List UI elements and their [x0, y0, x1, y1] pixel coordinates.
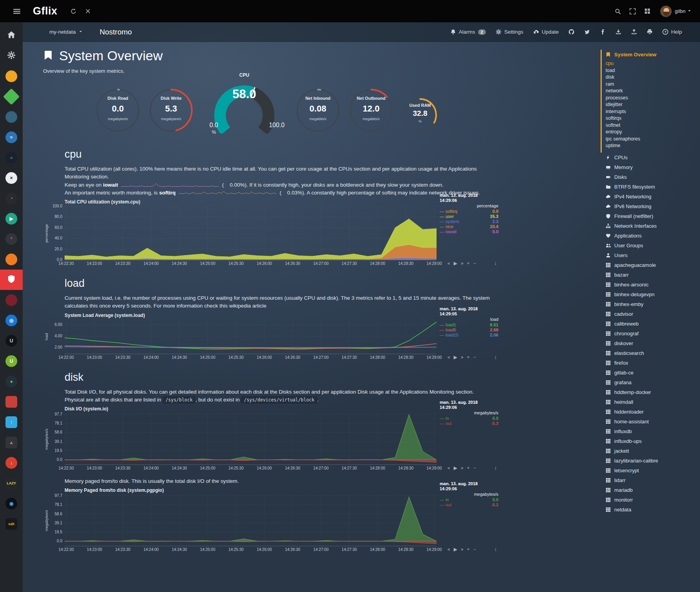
alarms-button[interactable]: Alarms2	[450, 29, 486, 35]
sidebar-app-icon[interactable]: ◎	[0, 310, 23, 331]
nav-binhex-emby[interactable]: binhex-emby	[602, 299, 697, 309]
nav-lazylibrarian-calibre[interactable]: lazylibrarian-calibre	[602, 456, 697, 466]
legend-item-out[interactable]: —out-5.2	[440, 502, 498, 507]
chart-resize-handle[interactable]: ↕	[494, 546, 497, 552]
nav-gitlab-ce[interactable]: gitlab-ce	[602, 368, 697, 378]
nav-applications[interactable]: Applications	[602, 231, 697, 241]
chart-plot-area[interactable]	[65, 206, 437, 260]
nav-influxdb-ups[interactable]: influxdb-ups	[602, 436, 697, 446]
nav-influxdb[interactable]: influxdb	[602, 426, 697, 436]
play-button[interactable]: ▶	[454, 261, 457, 266]
legend-item-system[interactable]: —system2.3	[440, 219, 498, 224]
settings-button[interactable]: Settings	[496, 29, 523, 35]
print-button[interactable]	[647, 29, 653, 35]
chart-system-io[interactable]: Disk I/O (system.io)megabytes/s97.778.15…	[65, 406, 498, 471]
legend-item-in[interactable]: —in0.0	[440, 416, 498, 421]
sidebar-app-icon[interactable]: ≈	[0, 127, 23, 148]
upload-button[interactable]	[631, 29, 637, 35]
sidebar-app-icon[interactable]: ◔	[0, 188, 23, 209]
pan-forward-button[interactable]: »	[461, 261, 464, 266]
nav-idlejitter[interactable]: idlejitter	[606, 101, 697, 108]
pan-forward-button[interactable]: »	[461, 547, 464, 552]
nav-cpus[interactable]: CPUs	[602, 153, 697, 162]
nav-diskover[interactable]: diskover	[602, 338, 697, 348]
gauge-disk_read[interactable]: Disk Read0.0megabytes/s	[95, 84, 141, 136]
nav-grafana[interactable]: grafana	[602, 378, 697, 387]
nav-softnet[interactable]: softnet	[606, 122, 697, 129]
legend-item-load5[interactable]: —load52.68	[440, 327, 498, 333]
sidebar-app-icon[interactable]: ▲	[0, 432, 23, 453]
sidebar-settings-icon[interactable]	[0, 46, 23, 66]
iowait-sparkline[interactable]	[121, 182, 219, 188]
wikipedia-link[interactable]: wikipedia article	[229, 303, 266, 309]
play-button[interactable]: ▶	[454, 547, 457, 552]
twitter-button[interactable]	[584, 29, 590, 35]
nav-system-overview[interactable]: System Overview	[602, 50, 697, 59]
nav-interrupts[interactable]: interrupts	[606, 108, 697, 115]
download-button[interactable]	[615, 29, 621, 35]
nav-entropy[interactable]: entropy	[606, 129, 697, 136]
search-icon[interactable]	[615, 8, 621, 14]
gauge-used_ram[interactable]: Used RAM32.8%	[402, 94, 438, 136]
sidebar-app-icon[interactable]: ◉	[0, 493, 23, 514]
sidebar-app-icon-active[interactable]	[0, 270, 23, 290]
github-button[interactable]	[568, 29, 574, 35]
gauge-net_inbound[interactable]: Net Inbound0.08megabits/s	[295, 84, 341, 136]
nav-ipv4-networking[interactable]: IPv4 Networking	[602, 192, 697, 202]
pan-forward-button[interactable]: »	[461, 465, 464, 471]
legend-item-out[interactable]: —out-5.3	[440, 421, 498, 426]
nav-jackett[interactable]: jackett	[602, 446, 697, 456]
pan-forward-button[interactable]: »	[461, 354, 464, 360]
nav-network[interactable]: network	[606, 88, 697, 95]
nav-ipc-semaphores[interactable]: ipc semaphores	[606, 136, 697, 143]
nav-btrfs-filesystem[interactable]: BTRFS filesystem	[602, 182, 697, 192]
pan-backward-button[interactable]: «	[447, 261, 450, 266]
softirq-sparkline[interactable]	[179, 190, 276, 196]
legend-item-user[interactable]: —user35.3	[440, 214, 498, 219]
nav-calibreweb[interactable]: calibreweb	[602, 319, 697, 329]
nav-firefox[interactable]: firefox	[602, 358, 697, 368]
nav-binhex-delugevpn[interactable]: binhex-delugevpn	[602, 290, 697, 299]
play-button[interactable]: ▶	[454, 354, 457, 360]
nav-elasticsearch[interactable]: elasticsearch	[602, 348, 697, 358]
nav-ipv6-networking[interactable]: IPv6 Networking	[602, 202, 697, 211]
nav-lidarr[interactable]: lidarr	[602, 475, 697, 485]
zoom-out-button[interactable]: −	[473, 465, 476, 471]
sidebar-app-icon[interactable]: U	[0, 351, 23, 371]
nav-ram[interactable]: ram	[606, 81, 697, 88]
legend-item-nice[interactable]: —nice20.4	[440, 224, 498, 229]
nav-heimdall[interactable]: heimdall	[602, 397, 697, 407]
nav-disks[interactable]: Disks	[602, 172, 697, 182]
chart-plot-area[interactable]	[65, 320, 437, 354]
nav-uptime[interactable]: uptime	[606, 142, 697, 149]
chart-plot-area[interactable]	[65, 413, 437, 465]
pan-backward-button[interactable]: «	[447, 547, 450, 552]
sidebar-app-icon[interactable]: ▶	[0, 209, 23, 229]
play-button[interactable]: ▶	[454, 465, 457, 471]
update-button[interactable]: Update	[533, 29, 559, 35]
nav-letsencrypt[interactable]: letsencrypt	[602, 466, 697, 475]
sidebar-app-icon[interactable]	[0, 86, 23, 107]
nav-firewall-netfilter[interactable]: Firewall (netfilter)	[602, 211, 697, 221]
nav-chronograf[interactable]: chronograf	[602, 329, 697, 338]
nav-hddtemp-docker[interactable]: hddtemp-docker	[602, 387, 697, 397]
nav-binhex-airsonic[interactable]: binhex-airsonic	[602, 280, 697, 290]
sidebar-app-icon[interactable]	[0, 392, 23, 412]
sidebar-app-icon[interactable]: ●	[0, 371, 23, 392]
sidebar-app-icon[interactable]	[0, 290, 23, 310]
nav-users[interactable]: Users	[602, 250, 697, 260]
close-icon[interactable]	[85, 8, 91, 14]
chart-system-load[interactable]: System Load Average (system.load)load6.0…	[65, 313, 498, 360]
sidebar-app-icon[interactable]: ×	[0, 168, 23, 188]
gauge-net_outbound[interactable]: Net Outbound12.0megabits/s	[348, 84, 394, 136]
sidebar-app-icon[interactable]: LAZY	[0, 473, 23, 493]
nav-home-assistant[interactable]: home-assistant	[602, 417, 697, 426]
sidebar-app-icon[interactable]	[0, 249, 23, 270]
nav-hiddenloader[interactable]: hiddenloader	[602, 407, 697, 417]
zoom-in-button[interactable]: +	[467, 465, 470, 471]
nav-memory[interactable]: Memory	[602, 162, 697, 172]
legend-item-in[interactable]: —in0.0	[440, 497, 498, 502]
nav-apacheguacamole[interactable]: apacheguacamole	[602, 260, 697, 270]
chart-system-cpu[interactable]: Total CPU utilization (system.cpu)percen…	[65, 199, 498, 266]
sidebar-app-icon[interactable]	[0, 107, 23, 127]
